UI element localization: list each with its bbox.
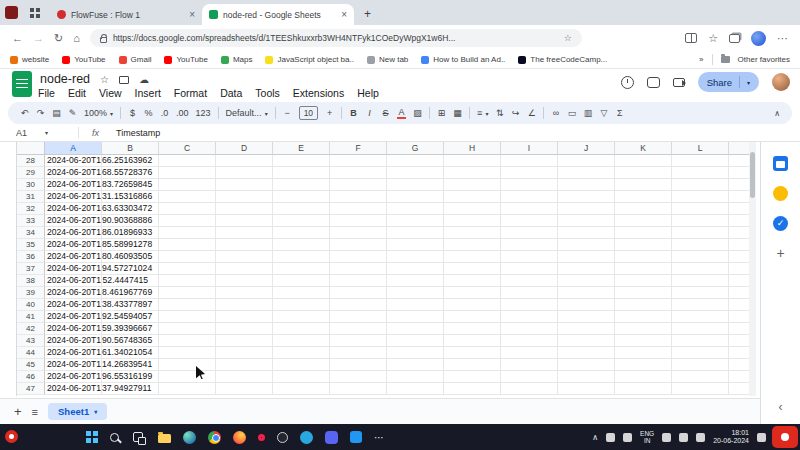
cell-c47[interactable] bbox=[159, 383, 216, 395]
version-history-icon[interactable] bbox=[621, 76, 634, 89]
cell-h33[interactable] bbox=[444, 215, 501, 227]
cell-d43[interactable] bbox=[216, 335, 273, 347]
cell-a32[interactable]: 2024-06-20T12:2 bbox=[45, 203, 102, 215]
language-indicator[interactable]: ENG IN bbox=[640, 430, 654, 445]
cell-f46[interactable] bbox=[330, 371, 387, 383]
cell-i46[interactable] bbox=[501, 371, 558, 383]
wifi-icon[interactable] bbox=[679, 433, 688, 442]
cell-j39[interactable] bbox=[558, 287, 615, 299]
cell-g43[interactable] bbox=[387, 335, 444, 347]
get-addons-icon[interactable]: + bbox=[773, 246, 788, 261]
cell-a35[interactable]: 2024-06-20T12:2 bbox=[45, 239, 102, 251]
cell-k44[interactable] bbox=[615, 347, 672, 359]
cell-j29[interactable] bbox=[558, 167, 615, 179]
cell-a36[interactable]: 2024-06-20T12:2 bbox=[45, 251, 102, 263]
cell-c34[interactable] bbox=[159, 227, 216, 239]
cell-l33[interactable] bbox=[672, 215, 729, 227]
bold-icon[interactable]: B bbox=[349, 108, 358, 118]
menu-tools[interactable]: Tools bbox=[255, 87, 280, 99]
cell-g47[interactable] bbox=[387, 383, 444, 395]
cell-g33[interactable] bbox=[387, 215, 444, 227]
cell-c44[interactable] bbox=[159, 347, 216, 359]
cell-c38[interactable] bbox=[159, 275, 216, 287]
cell-a41[interactable]: 2024-06-20T12:2 bbox=[45, 311, 102, 323]
redo-icon[interactable]: ↷ bbox=[36, 108, 45, 118]
cell-g41[interactable] bbox=[387, 311, 444, 323]
column-header-i[interactable]: I bbox=[501, 142, 558, 155]
cell-e28[interactable] bbox=[273, 155, 330, 167]
document-title[interactable]: node-red bbox=[40, 72, 90, 86]
cell-i31[interactable] bbox=[501, 191, 558, 203]
mic-icon[interactable] bbox=[623, 433, 632, 442]
column-header-b[interactable]: B bbox=[102, 142, 159, 155]
cell-j34[interactable] bbox=[558, 227, 615, 239]
menu-edit[interactable]: Edit bbox=[68, 87, 86, 99]
fill-color-icon[interactable]: ▨ bbox=[413, 108, 422, 118]
cell-i38[interactable] bbox=[501, 275, 558, 287]
favorites-icon[interactable]: ☆ bbox=[708, 32, 718, 45]
cell-i37[interactable] bbox=[501, 263, 558, 275]
cell-e33[interactable] bbox=[273, 215, 330, 227]
volume-icon[interactable] bbox=[696, 433, 705, 442]
cell-h46[interactable] bbox=[444, 371, 501, 383]
cell-e40[interactable] bbox=[273, 299, 330, 311]
cell-b44[interactable]: 61.34021054 bbox=[102, 347, 159, 359]
column-header-a[interactable]: A bbox=[45, 142, 102, 155]
cell-b38[interactable]: 52.4447415 bbox=[102, 275, 159, 287]
discord-icon[interactable] bbox=[325, 431, 338, 444]
cell-e45[interactable] bbox=[273, 359, 330, 371]
column-header-f[interactable]: F bbox=[330, 142, 387, 155]
cell-k33[interactable] bbox=[615, 215, 672, 227]
cell-c39[interactable] bbox=[159, 287, 216, 299]
cell-k31[interactable] bbox=[615, 191, 672, 203]
cell-b34[interactable]: 86.01896933 bbox=[102, 227, 159, 239]
cell-d41[interactable] bbox=[216, 311, 273, 323]
cell-b28[interactable]: 66.25163962 bbox=[102, 155, 159, 167]
obs-icon[interactable] bbox=[277, 432, 288, 443]
cell-c46[interactable] bbox=[159, 371, 216, 383]
cell-b31[interactable]: 31.15316866 bbox=[102, 191, 159, 203]
cell-e35[interactable] bbox=[273, 239, 330, 251]
number-format-icon[interactable]: 123 bbox=[196, 108, 211, 118]
cell-a44[interactable]: 2024-06-20T12:2 bbox=[45, 347, 102, 359]
cell-g35[interactable] bbox=[387, 239, 444, 251]
cell-j46[interactable] bbox=[558, 371, 615, 383]
cell-d34[interactable] bbox=[216, 227, 273, 239]
cell-i30[interactable] bbox=[501, 179, 558, 191]
insert-chart-icon[interactable]: ▥ bbox=[583, 108, 592, 118]
cell-f28[interactable] bbox=[330, 155, 387, 167]
cell-h45[interactable] bbox=[444, 359, 501, 371]
bookmark-item[interactable]: website bbox=[10, 55, 49, 64]
row-number[interactable]: 38 bbox=[17, 275, 45, 287]
cell-f40[interactable] bbox=[330, 299, 387, 311]
cell-k29[interactable] bbox=[615, 167, 672, 179]
insert-comment-icon[interactable]: ▭ bbox=[567, 108, 576, 118]
cell-a38[interactable]: 2024-06-20T12:2 bbox=[45, 275, 102, 287]
cell-g40[interactable] bbox=[387, 299, 444, 311]
cell-k28[interactable] bbox=[615, 155, 672, 167]
cell-h29[interactable] bbox=[444, 167, 501, 179]
cell-c36[interactable] bbox=[159, 251, 216, 263]
cell-h34[interactable] bbox=[444, 227, 501, 239]
cell-e38[interactable] bbox=[273, 275, 330, 287]
zoom-select[interactable]: 100%▾ bbox=[84, 108, 113, 118]
row-number[interactable]: 31 bbox=[17, 191, 45, 203]
cell-i43[interactable] bbox=[501, 335, 558, 347]
profile-avatar[interactable] bbox=[751, 31, 766, 46]
cell-l42[interactable] bbox=[672, 323, 729, 335]
share-button[interactable]: Share ▾ bbox=[698, 72, 759, 92]
cell-b43[interactable]: 90.56748365 bbox=[102, 335, 159, 347]
create-filter-icon[interactable]: ▽ bbox=[599, 108, 608, 118]
cell-h31[interactable] bbox=[444, 191, 501, 203]
tab-actions-icon[interactable] bbox=[30, 8, 40, 18]
decrease-decimal-icon[interactable]: .0 bbox=[160, 108, 169, 118]
cell-b33[interactable]: 90.90368886 bbox=[102, 215, 159, 227]
cell-c30[interactable] bbox=[159, 179, 216, 191]
column-header-d[interactable]: D bbox=[216, 142, 273, 155]
cell-g28[interactable] bbox=[387, 155, 444, 167]
bookmark-item[interactable]: YouTube bbox=[164, 55, 207, 64]
column-header-l[interactable]: L bbox=[672, 142, 729, 155]
bookmark-item[interactable]: JavaScript object ba.. bbox=[265, 55, 353, 64]
row-number[interactable]: 39 bbox=[17, 287, 45, 299]
tasks-icon[interactable]: ✓ bbox=[773, 216, 788, 231]
